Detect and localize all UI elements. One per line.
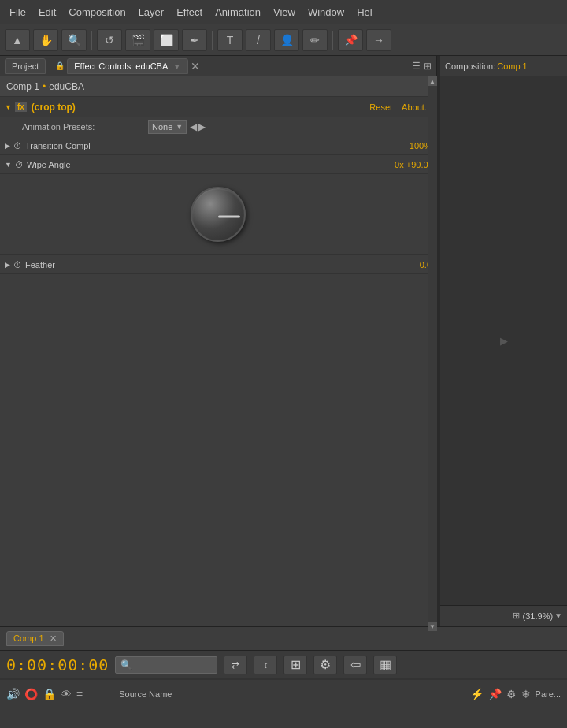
stopwatch-feather[interactable]: ⏱ xyxy=(13,260,22,269)
wipe-angle-value[interactable]: 0x +90.0° xyxy=(395,160,432,169)
fx-badge: fx xyxy=(15,102,27,112)
dial-indicator xyxy=(218,216,240,218)
comp-panel-tab[interactable]: Comp 1 xyxy=(497,61,528,71)
scroll-track xyxy=(428,86,437,622)
menu-layer[interactable]: Layer xyxy=(132,3,171,21)
close-ec-tab[interactable]: ✕ xyxy=(191,60,200,72)
nav-next[interactable]: ▶ xyxy=(198,121,206,132)
feather-row: ▶ ⏱ Feather 0.0 xyxy=(0,255,436,274)
tool-arrow[interactable]: → xyxy=(366,29,391,51)
preview-btn-5[interactable]: ⇦ xyxy=(343,656,367,674)
toolbar: ▲ ✋ 🔍 ↺ 🎬 ⬜ ✒ T / 👤 ✏ 📌 → xyxy=(0,24,567,56)
transition-expand[interactable]: ▶ xyxy=(5,142,10,150)
shy-icon[interactable]: = xyxy=(76,688,83,700)
menu-composition[interactable]: Composition xyxy=(62,3,132,21)
zoom-level: (31.9%) xyxy=(523,611,554,621)
menu-window[interactable]: Window xyxy=(302,3,350,21)
audio-icon[interactable]: 🔊 xyxy=(6,688,20,700)
animation-presets-dropdown[interactable]: None ▼ xyxy=(148,120,187,134)
preview-btn-1[interactable]: ⇄ xyxy=(224,656,247,674)
search-box[interactable]: 🔍 xyxy=(115,656,217,674)
tool-brush[interactable]: / xyxy=(246,29,271,51)
quality-icon[interactable]: 📌 xyxy=(488,688,502,700)
toolbar-separator-3 xyxy=(332,31,333,50)
timeline-area: Comp 1 ✕ 0:00:00:00 🔍 ⇄ ↕ ⊞ ⚙ ⇦ ▦ 🔊 ⭕ 🔒 … xyxy=(0,626,567,728)
left-scrollbar: ▲ ▼ xyxy=(428,76,437,631)
animation-presets-label: Animation Presets: xyxy=(22,122,148,132)
tab-effect-controls[interactable]: Effect Controls: eduCBA ▼ xyxy=(67,58,187,74)
stopwatch-transition[interactable]: ⏱ xyxy=(13,141,22,150)
timeline-tab-comp1[interactable]: Comp 1 ✕ xyxy=(6,631,64,646)
panel-expand-icon[interactable]: ⊞ xyxy=(424,61,432,72)
left-panel: Project 🔒 Effect Controls: eduCBA ▼ ✕ ☰ … xyxy=(0,56,437,626)
preview-empty: ▶ xyxy=(500,335,508,347)
collapse-arrow[interactable]: ▼ xyxy=(5,103,12,111)
tool-camera[interactable]: 🎬 xyxy=(125,29,150,51)
wipe-angle-dial[interactable] xyxy=(191,187,246,242)
menu-file[interactable]: File xyxy=(3,3,32,21)
wipe-angle-row: ▼ ⏱ Wipe Angle 0x +90.0° xyxy=(0,155,436,174)
stopwatch-wipe[interactable]: ⏱ xyxy=(15,160,24,169)
tool-rotate[interactable]: ↺ xyxy=(97,29,122,51)
tab-project[interactable]: Project xyxy=(5,58,46,74)
tool-pin[interactable]: 📌 xyxy=(338,29,363,51)
comp-label-bar: Comp 1 • eduCBA xyxy=(0,76,436,97)
transition-complete-label: Transition Compl xyxy=(25,141,91,150)
menu-edit[interactable]: Edit xyxy=(32,3,62,21)
tool-puppet[interactable]: 👤 xyxy=(274,29,299,51)
composition-preview[interactable]: ▶ xyxy=(440,76,567,605)
tool-text[interactable]: T xyxy=(217,29,243,51)
lock-icon[interactable]: 🔒 xyxy=(43,688,56,700)
transfer-icon[interactable]: ⚡ xyxy=(470,688,484,700)
main-area: Project 🔒 Effect Controls: eduCBA ▼ ✕ ☰ … xyxy=(0,56,567,626)
effect-name: (crop top) xyxy=(32,102,370,113)
preview-btn-3[interactable]: ⊞ xyxy=(284,656,307,674)
dropdown-arrow-ec[interactable]: ▼ xyxy=(173,62,181,71)
menu-animation[interactable]: Animation xyxy=(209,3,267,21)
panel-menu-icon[interactable]: ☰ xyxy=(412,61,421,72)
tool-pen[interactable]: ✒ xyxy=(182,29,207,51)
timeline-header: Comp 1 ✕ xyxy=(0,627,567,651)
reset-button[interactable]: Reset xyxy=(369,102,392,112)
search-icon: 🔍 xyxy=(120,659,132,670)
tool-zoom[interactable]: 🔍 xyxy=(61,29,87,51)
preview-btn-4[interactable]: ⚙ xyxy=(313,656,337,674)
source-name-col: Source Name xyxy=(119,689,172,699)
tool-select[interactable]: ▲ xyxy=(5,29,30,51)
parent-col: Pare... xyxy=(536,689,561,699)
dial-container xyxy=(0,174,436,255)
timecode-display[interactable]: 0:00:00:00 xyxy=(6,656,109,674)
preview-btn-2[interactable]: ↕ xyxy=(254,656,277,674)
menu-help[interactable]: Hel xyxy=(350,3,379,21)
scroll-down[interactable]: ▼ xyxy=(428,622,437,631)
panel-icons: ⊞ xyxy=(513,611,520,621)
wipe-expand[interactable]: ▼ xyxy=(5,161,12,169)
zoom-dropdown[interactable]: ▼ xyxy=(554,611,562,620)
timeline-controls: 0:00:00:00 🔍 ⇄ ↕ ⊞ ⚙ ⇦ ▦ xyxy=(0,651,567,679)
tool-hand[interactable]: ✋ xyxy=(33,29,58,51)
solo-icon[interactable]: ⭕ xyxy=(24,688,38,700)
fx-icon[interactable]: ⚙ xyxy=(506,688,517,700)
visibility-icon[interactable]: 👁 xyxy=(61,688,72,700)
tool-pen2[interactable]: ✏ xyxy=(302,29,328,51)
menu-view[interactable]: View xyxy=(267,3,302,21)
right-panel: Composition: Comp 1 ▶ ⊞ (31.9%) ▼ xyxy=(440,56,567,626)
scroll-up[interactable]: ▲ xyxy=(428,76,437,86)
menu-effect[interactable]: Effect xyxy=(170,3,209,21)
feather-label: Feather xyxy=(25,260,55,269)
feather-expand[interactable]: ▶ xyxy=(5,261,10,269)
animation-presets-row: Animation Presets: None ▼ ◀ ▶ xyxy=(0,117,436,136)
layer-name: eduCBA xyxy=(49,81,84,92)
nav-prev[interactable]: ◀ xyxy=(190,121,197,132)
comp-separator: • xyxy=(43,81,46,92)
toolbar-separator-2 xyxy=(212,31,213,50)
tool-shape-rect[interactable]: ⬜ xyxy=(154,29,179,51)
toolbar-separator-1 xyxy=(91,31,92,50)
menu-bar: File Edit Composition Layer Effect Anima… xyxy=(0,0,567,24)
dropdown-arrow: ▼ xyxy=(176,123,183,131)
preview-btn-6[interactable]: ▦ xyxy=(373,656,397,674)
timeline-tab-close[interactable]: ✕ xyxy=(50,633,57,643)
composition-panel-header: Composition: Comp 1 xyxy=(440,56,567,76)
motion-blur-icon[interactable]: ❄ xyxy=(521,688,531,700)
comp-panel-title: Composition: xyxy=(445,61,495,71)
